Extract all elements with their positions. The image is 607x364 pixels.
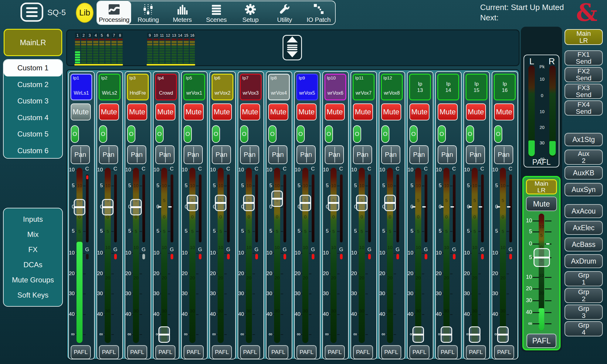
main-pafl-button[interactable]: PAFL: [527, 334, 556, 348]
tab-io-patch[interactable]: IO Patch: [302, 1, 336, 24]
mix-select-auxsyn[interactable]: AuxSyn: [565, 183, 603, 196]
pafl-button[interactable]: PAFL: [297, 345, 317, 359]
channel-name-button[interactable]: Ip4Crowd: [155, 74, 177, 100]
pafl-button[interactable]: PAFL: [381, 345, 401, 359]
mute-button[interactable]: Mute: [268, 103, 288, 120]
fader-handle[interactable]: [441, 326, 452, 343]
fader-track[interactable]: 10505102030: [359, 168, 365, 343]
mute-button[interactable]: Mute: [409, 103, 429, 120]
mix-select-fx1-send[interactable]: FX1Send: [565, 50, 603, 66]
mix-select-ax1stg[interactable]: Ax1Stg: [565, 133, 603, 146]
o-button[interactable]: O: [99, 125, 107, 143]
sidebar-item-fx[interactable]: FX: [4, 245, 62, 254]
sidebar-item-soft-keys[interactable]: Soft Keys: [4, 291, 62, 299]
o-button[interactable]: O: [240, 125, 248, 143]
fader-track[interactable]: 10505102030: [218, 168, 224, 343]
sidebar-item-dcas[interactable]: DCAs: [4, 261, 62, 269]
tab-meters[interactable]: Meters: [165, 1, 199, 24]
mute-button[interactable]: Mute: [353, 103, 373, 120]
channel-name-button[interactable]: Ip5wrVox1: [183, 74, 205, 100]
channel-name-button[interactable]: Ip10wrVox6: [324, 74, 346, 100]
pafl-button[interactable]: PAFL: [325, 345, 345, 359]
pan-button[interactable]: Pan: [381, 145, 400, 164]
meter-bank-1-8[interactable]: 12345678: [75, 33, 123, 63]
mix-select-axelec[interactable]: AxElec: [565, 221, 603, 235]
mix-select-acbass[interactable]: AcBass: [565, 238, 603, 251]
pafl-button[interactable]: PAFL: [127, 345, 147, 359]
fader-handle[interactable]: [497, 326, 509, 343]
fader-track[interactable]: 10505102030: [331, 168, 337, 343]
pan-button[interactable]: Pan: [127, 145, 146, 164]
o-button[interactable]: O: [353, 125, 361, 143]
mix-select-grp-2[interactable]: Grp2: [565, 288, 603, 303]
mute-button[interactable]: Mute: [297, 103, 317, 120]
sidebar-mainlr-button[interactable]: MainLR: [4, 29, 62, 56]
sidebar-item-custom-5[interactable]: Custom 5: [4, 126, 62, 143]
meter-bank-9-16[interactable]: 910111213141516: [147, 33, 195, 63]
mix-select-fx3-send[interactable]: FX3Send: [565, 84, 603, 99]
fader-track[interactable]: 10505102030: [387, 168, 393, 343]
channel-name-button[interactable]: Ip12wrVox8: [381, 74, 403, 100]
mix-select-aux-2[interactable]: Aux2: [565, 150, 603, 165]
pan-button[interactable]: Pan: [212, 145, 231, 164]
channel-name-button[interactable]: Ip3HndFre: [127, 74, 149, 100]
sidebar-item-custom-2[interactable]: Custom 2: [4, 76, 62, 93]
mute-button[interactable]: Mute: [438, 103, 458, 120]
sidebar-item-custom-1[interactable]: Custom 1: [4, 60, 62, 76]
mute-button[interactable]: Mute: [381, 103, 401, 120]
channel-name-button[interactable]: Ip15: [466, 74, 487, 100]
pafl-button[interactable]: PAFL: [212, 345, 232, 359]
fader-track[interactable]: 10505102030: [415, 168, 421, 343]
pan-button[interactable]: Pan: [325, 145, 344, 164]
pan-button[interactable]: Pan: [494, 145, 513, 164]
o-button[interactable]: O: [438, 125, 446, 143]
mute-button[interactable]: Mute: [184, 103, 204, 120]
mute-button[interactable]: Mute: [466, 103, 486, 120]
fader-handle[interactable]: [412, 326, 424, 343]
fader-handle[interactable]: [328, 195, 339, 211]
o-button[interactable]: O: [325, 125, 333, 143]
pan-button[interactable]: Pan: [409, 145, 429, 164]
pafl-button[interactable]: PAFL: [71, 345, 91, 359]
mute-button[interactable]: Mute: [155, 103, 175, 120]
tab-setup[interactable]: Setup: [233, 1, 267, 24]
fader-handle[interactable]: [102, 199, 114, 215]
channel-name-button[interactable]: Ip16: [494, 74, 516, 100]
mute-button[interactable]: Mute: [127, 103, 147, 120]
pan-button[interactable]: Pan: [155, 145, 175, 164]
pafl-button[interactable]: PAFL: [438, 345, 458, 359]
channel-name-button[interactable]: Ip8wrVox4: [268, 74, 290, 100]
fader-track[interactable]: 10505102030: [76, 168, 83, 343]
o-button[interactable]: O: [127, 125, 135, 143]
fader-handle[interactable]: [74, 199, 85, 215]
pan-button[interactable]: Pan: [466, 145, 485, 164]
main-fader-handle[interactable]: [534, 248, 550, 267]
fader-track[interactable]: 10505102030: [105, 168, 111, 343]
sidebar-item-custom-6[interactable]: Custom 6: [4, 143, 62, 159]
sidebar-item-custom-3[interactable]: Custom 3: [4, 93, 62, 110]
pafl-button[interactable]: PAFL: [99, 345, 119, 359]
o-button[interactable]: O: [381, 125, 389, 143]
pafl-button[interactable]: PAFL: [494, 345, 514, 359]
mute-button[interactable]: Mute: [212, 103, 232, 120]
mute-button[interactable]: Mute: [71, 103, 91, 120]
fader-handle[interactable]: [215, 195, 226, 211]
fader-track[interactable]: 10505102030: [443, 168, 449, 343]
mix-select-grp-4[interactable]: Grp4: [565, 321, 603, 336]
o-button[interactable]: O: [268, 125, 276, 143]
pafl-button[interactable]: PAFL: [240, 345, 260, 359]
fader-track[interactable]: 10505102030: [500, 168, 506, 343]
mix-select-grp-1[interactable]: Grp1: [565, 271, 603, 286]
fader-handle[interactable]: [130, 199, 142, 215]
main-lr-name-button[interactable]: MainLR: [526, 179, 557, 194]
mute-button[interactable]: Mute: [240, 103, 260, 120]
o-button[interactable]: O: [409, 125, 418, 143]
mute-button[interactable]: Mute: [494, 103, 514, 120]
fader-handle[interactable]: [271, 190, 283, 207]
pan-button[interactable]: Pan: [71, 145, 90, 164]
mute-button[interactable]: Mute: [325, 103, 345, 120]
menu-button[interactable]: [20, 2, 44, 22]
mix-select-fx2-send[interactable]: FX2Send: [565, 67, 603, 82]
channel-name-button[interactable]: Ip9wrVox5: [296, 74, 318, 100]
fader-track[interactable]: 10505102030: [161, 168, 167, 343]
